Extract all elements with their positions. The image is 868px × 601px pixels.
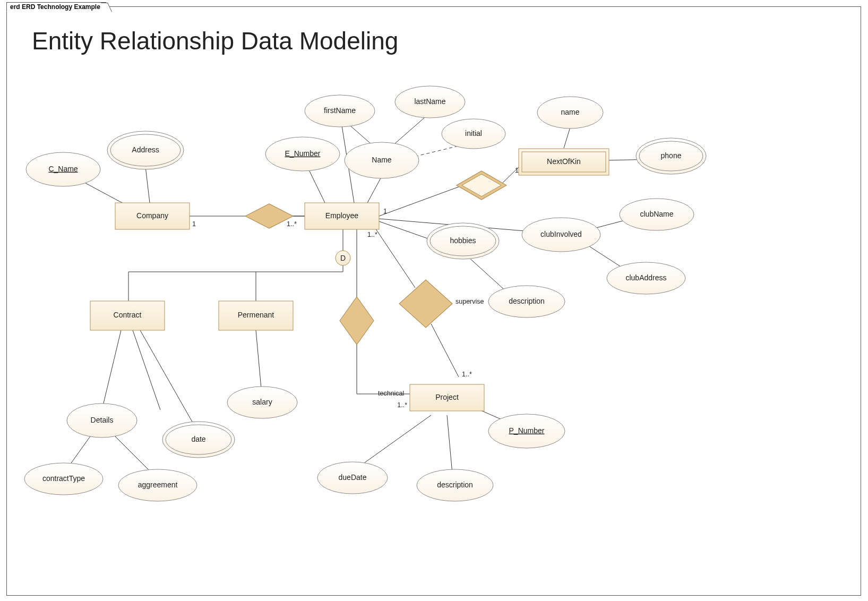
attr-clubname-label: clubName [640,210,673,218]
entity-company-label: Company [136,211,168,220]
entity-contract-label: Contract [114,311,142,319]
svg-line-4 [307,166,325,203]
svg-line-21 [133,330,160,410]
attr-firstname-label: firstName [324,106,356,115]
attr-e-number-label: E_Number [285,149,321,158]
card-employee-company: 1..* [287,220,297,228]
entity-employee-label: Employee [325,211,358,220]
attr-date-label: date [191,435,205,443]
rel-supervise-label: supervise [456,298,484,305]
entity-project-label: Project [435,393,459,401]
svg-line-2 [81,181,122,203]
svg-line-29 [431,324,459,377]
attr-c-name-label: C_Name [48,165,78,173]
card-employee-nok: 1 [383,208,387,215]
rel-technical-label: technical [378,390,404,397]
attr-salary-label: salary [252,398,272,406]
card-nok: 1 [515,167,519,174]
svg-line-10 [379,185,463,216]
entity-permanent-label: Permenant [238,311,274,319]
diagram-tab: erd ERD Technology Example [6,2,106,12]
card-employee-project: 1..* [367,231,377,238]
svg-line-31 [447,415,452,474]
relationship-technical [340,297,374,345]
attr-clubinvolved-label: clubInvolved [540,230,582,238]
card-company: 1 [192,220,196,228]
svg-line-14 [379,221,435,241]
relationship-company-employee [245,204,293,228]
attr-details-label: Details [91,416,114,424]
entity-nextofkin-label: NextOfKin [547,157,581,166]
card-project-supervise: 1..* [462,371,472,378]
attr-initial-label: initial [465,129,482,138]
er-diagram: Company Employee NextOfKin Contract Perm… [6,6,860,595]
attr-address-label: Address [132,145,159,154]
svg-line-3 [145,167,150,203]
svg-marker-34 [462,174,501,196]
svg-line-20 [102,330,121,410]
svg-line-12 [564,127,570,148]
attr-clubaddress-label: clubAddress [625,273,666,282]
svg-line-15 [468,257,508,293]
svg-line-30 [357,415,431,468]
relationship-employee-nextofkin [457,171,506,200]
attr-name-label: Name [372,156,392,164]
attr-nok-name-label: name [561,108,579,116]
attr-hobbies-label: hobbies [450,236,476,245]
disjoint-label: D [340,254,346,262]
svg-line-28 [375,228,415,288]
svg-line-24 [110,431,152,474]
attr-aggreement-label: aggreement [138,480,178,489]
svg-line-6 [367,176,382,203]
relationship-supervise [399,280,452,328]
attr-lastname-label: lastName [414,97,445,106]
svg-line-8 [394,114,428,144]
card-project-technical: 1..* [397,401,407,409]
attr-nok-description-label: description [509,297,545,305]
svg-line-25 [256,330,261,389]
attr-duedate-label: dueDate [339,473,367,482]
attr-phone-label: phone [661,151,682,160]
attr-contracttype-label: contractType [42,474,85,483]
svg-line-22 [140,330,197,431]
attr-p-number-label: P_Number [509,426,545,435]
attr-proj-description-label: description [437,480,473,489]
